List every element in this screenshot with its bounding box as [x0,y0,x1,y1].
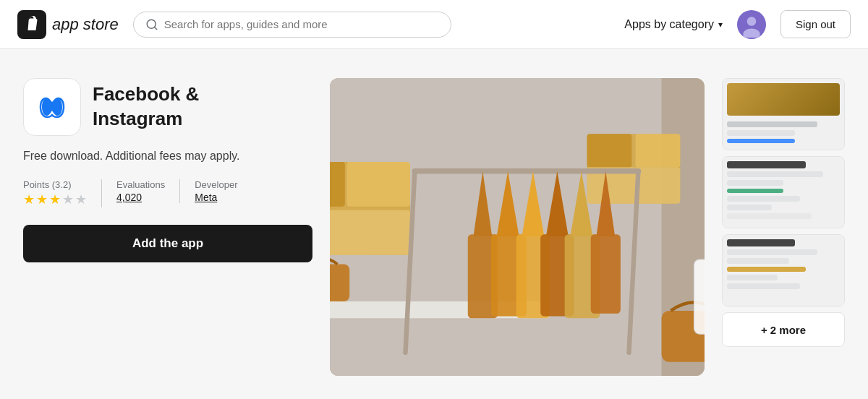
thumbnail-1-image [727,83,840,116]
search-icon [145,18,158,31]
thumbnail-1-content [723,79,844,150]
more-thumbnails-badge[interactable]: + 2 more [722,312,845,347]
app-title: Facebook & Instagram [93,82,199,132]
thumb-row-12 [727,267,806,272]
header: app store Apps by category ▾ Sign out [0,0,868,49]
user-avatar[interactable] [737,10,766,39]
evaluations-count[interactable]: 4,020 [116,192,165,203]
thumb-row-5 [727,180,783,186]
thumb-row-10 [727,249,817,255]
logo-text: app store [52,15,119,34]
svg-rect-10 [346,162,410,207]
rating-meta: Points (3.2) ★ ★ ★ ★ ★ [23,179,102,207]
evaluations-meta: Evaluations 4,020 [116,179,180,203]
thumb-row-green [727,189,783,193]
svg-rect-31 [591,234,621,313]
svg-rect-35 [694,259,705,334]
search-input[interactable] [164,18,439,30]
thumb-row-3 [727,161,806,168]
developer-label: Developer [195,179,237,190]
sign-out-button[interactable]: Sign out [780,10,851,38]
star-2: ★ [36,192,48,207]
star-rating: ★ ★ ★ ★ ★ [23,192,87,207]
thumbnail-2[interactable] [722,156,845,228]
evaluations-label: Evaluations [116,179,165,190]
fashion-scene-image: Shop [330,78,705,376]
thumb-row-8 [727,213,812,219]
app-title-area: Facebook & Instagram [93,82,199,132]
right-thumbnails: + 2 more [722,78,845,376]
svg-rect-9 [330,162,345,207]
star-1: ★ [23,192,35,207]
hero-image: Shop [330,78,705,376]
thumb-row-13 [727,275,778,280]
chevron-down-icon: ▾ [718,20,723,30]
svg-rect-14 [636,134,681,167]
add-app-button[interactable]: Add the app [23,225,312,262]
thumb-row-4 [727,171,823,177]
thumb-row-6 [727,196,800,202]
svg-rect-32 [330,265,349,302]
meta-logo-icon [35,90,69,124]
search-bar[interactable] [133,12,451,38]
star-5-empty: ★ [75,192,87,207]
thumb-row-11 [727,258,789,264]
thumbnail-1[interactable] [722,78,845,150]
thumbnail-2-content [723,157,844,228]
logo[interactable]: app store [17,10,119,39]
user-icon [739,12,765,38]
apps-by-category-menu[interactable]: Apps by category ▾ [624,18,723,31]
svg-line-2 [154,27,156,29]
developer-meta: Developer Meta [195,179,237,203]
app-price: Free download. Additional fees may apply… [23,147,312,165]
thumbnail-3[interactable] [722,234,845,306]
thumb-row-1 [727,121,817,127]
left-panel: Facebook & Instagram Free download. Addi… [23,78,312,376]
star-4-empty: ★ [62,192,74,207]
thumb-row-9 [727,239,795,246]
thumb-row-2 [727,130,795,136]
app-icon [23,78,81,136]
nav-right: Apps by category ▾ Sign out [624,10,851,39]
svg-rect-11 [330,210,410,255]
thumb-row-14 [727,283,800,289]
svg-rect-13 [587,134,632,167]
rating-label: Points (3.2) [23,179,87,190]
app-header: Facebook & Instagram [23,78,312,136]
app-meta: Points (3.2) ★ ★ ★ ★ ★ Evaluations 4,020… [23,179,312,207]
main-content: Facebook & Instagram Free download. Addi… [0,49,868,399]
svg-point-4 [747,17,757,26]
thumbnail-3-content [723,235,844,306]
thumb-row-blue [727,139,795,143]
star-3: ★ [49,192,61,207]
developer-name[interactable]: Meta [195,192,237,203]
shopify-bag-icon [17,10,46,39]
apps-by-category-label: Apps by category [624,18,714,31]
thumb-row-7 [727,205,772,210]
